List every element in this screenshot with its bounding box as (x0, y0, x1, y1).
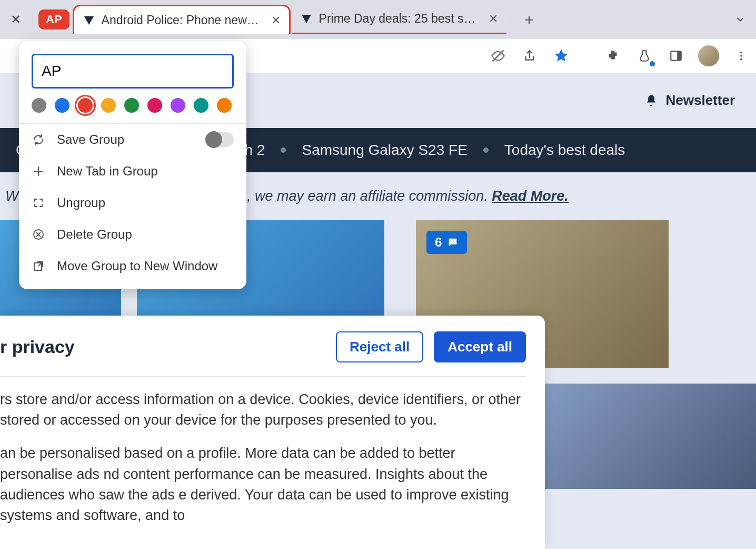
article-card[interactable] (509, 384, 756, 489)
divider (33, 11, 33, 28)
tab-title: Prime Day deals: 25 best sales (319, 12, 477, 26)
menu-label: New Tab in Group (57, 164, 158, 179)
accept-all-button[interactable]: Accept all (434, 331, 526, 362)
reject-all-button[interactable]: Reject all (336, 331, 423, 362)
newsletter-label: Newsletter (666, 92, 735, 109)
close-icon[interactable]: ✕ (4, 8, 27, 31)
ungroup-icon (32, 196, 45, 210)
labs-icon[interactable] (635, 46, 654, 65)
tab-title: Android Police: Phone news, re (102, 13, 260, 27)
affiliate-text: ite, we may earn an affiliate commission… (232, 188, 492, 204)
delete-group-item[interactable]: Delete Group (19, 219, 246, 250)
bookmark-star-icon[interactable] (552, 46, 571, 65)
share-icon[interactable] (520, 46, 539, 65)
menu-label: Delete Group (57, 227, 132, 242)
color-swatch[interactable] (147, 98, 162, 113)
ungroup-item[interactable]: Ungroup (19, 187, 246, 219)
plus-icon (32, 164, 45, 178)
svg-point-7 (740, 58, 742, 61)
menu-label: Ungroup (57, 195, 105, 210)
site-favicon-icon (300, 13, 313, 25)
menu-label: Move Group to New Window (57, 259, 217, 273)
new-tab-in-group-item[interactable]: New Tab in Group (19, 155, 246, 187)
color-swatch[interactable] (171, 98, 185, 113)
svg-marker-0 (84, 16, 94, 25)
group-color-picker (19, 98, 246, 123)
site-favicon-icon (83, 14, 95, 27)
consent-paragraph: an be personalised based on a profile. M… (0, 443, 526, 526)
affiliate-read-more-link[interactable]: Read More. (492, 188, 569, 204)
new-tab-button[interactable]: ＋ (518, 8, 541, 31)
save-group-toggle[interactable] (205, 132, 234, 147)
sync-icon (32, 133, 45, 146)
tab-active[interactable]: Android Police: Phone news, re ✕ (73, 5, 291, 34)
save-group-item[interactable]: Save Group (19, 124, 246, 155)
divider (512, 11, 512, 28)
close-tab-icon[interactable]: ✕ (271, 14, 281, 27)
color-swatch[interactable] (124, 98, 139, 113)
svg-marker-1 (302, 15, 311, 23)
dot-separator-icon (483, 148, 489, 153)
extensions-icon[interactable] (603, 46, 622, 65)
delete-icon (32, 228, 45, 241)
color-swatch[interactable] (101, 98, 116, 113)
consent-paragraph: rs store and/or access information on a … (0, 389, 526, 430)
browser-tab-strip: ✕ AP Android Police: Phone news, re ✕ Pr… (0, 0, 756, 39)
comment-icon (447, 237, 459, 248)
trending-item[interactable]: Samsung Galaxy S23 FE (302, 142, 467, 159)
kebab-menu-icon[interactable] (732, 46, 751, 65)
popout-icon (32, 259, 45, 273)
comment-badge[interactable]: 6 (426, 231, 467, 254)
consent-dialog: r privacy Reject all Accept all rs store… (0, 316, 545, 549)
close-tab-icon[interactable]: ✕ (489, 12, 498, 26)
dot-separator-icon (281, 148, 286, 153)
color-swatch[interactable] (78, 98, 93, 113)
color-swatch[interactable] (55, 98, 69, 113)
svg-point-6 (740, 55, 742, 57)
incognito-blocked-icon[interactable] (489, 46, 508, 65)
menu-label: Save Group (57, 132, 124, 147)
profile-avatar[interactable] (698, 45, 719, 66)
tabs-overflow-button[interactable] (729, 8, 752, 31)
newsletter-button[interactable]: Newsletter (644, 92, 735, 109)
tab-group-chip[interactable]: AP (38, 9, 69, 30)
svg-point-5 (740, 52, 742, 54)
tab-group-popover: Save Group New Tab in Group Ungroup Dele… (19, 41, 246, 289)
bell-icon (644, 93, 659, 108)
color-swatch[interactable] (217, 98, 232, 113)
move-group-item[interactable]: Move Group to New Window (19, 250, 246, 282)
group-name-input[interactable] (32, 54, 234, 89)
svg-rect-4 (677, 51, 681, 60)
consent-title-fragment: r privacy (0, 337, 75, 357)
comment-count: 6 (435, 235, 442, 250)
tab-inactive[interactable]: Prime Day deals: 25 best sales ✕ (292, 5, 506, 34)
trending-item[interactable]: Today's best deals (504, 142, 625, 159)
color-swatch[interactable] (194, 98, 208, 113)
sidepanel-icon[interactable] (667, 46, 685, 65)
color-swatch[interactable] (32, 98, 46, 113)
